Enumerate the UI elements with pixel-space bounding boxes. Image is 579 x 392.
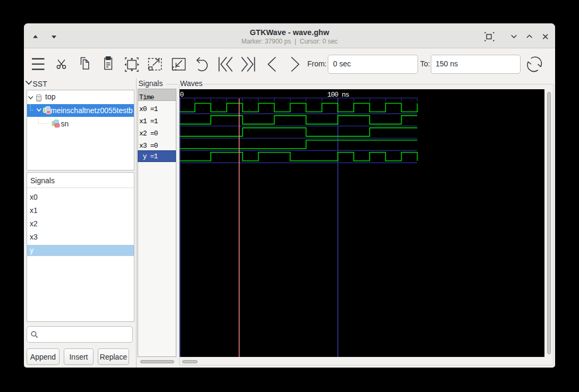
svg-text:0: 0: [180, 91, 184, 99]
svg-text:100 ns: 100 ns: [327, 91, 349, 99]
